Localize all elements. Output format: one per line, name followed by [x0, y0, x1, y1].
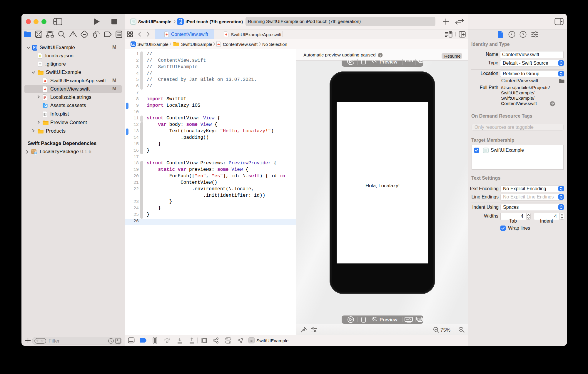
svg-text:{): {): [39, 54, 41, 57]
svg-text:Preview: Preview: [380, 59, 397, 64]
svg-text:Preview: Preview: [380, 317, 397, 322]
